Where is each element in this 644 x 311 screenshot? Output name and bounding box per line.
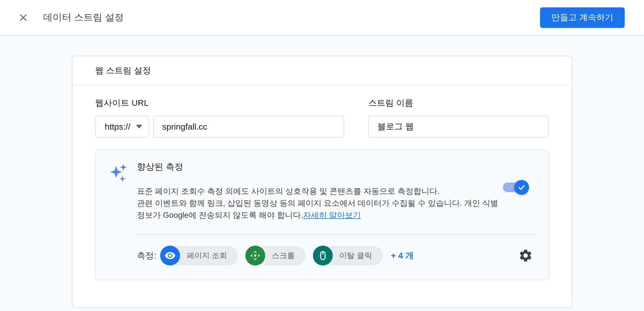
panel-content: 향상된 측정 표준 페이지 조회수 측정 외에도 사이트의 상호작용 및 콘텐츠… xyxy=(137,161,534,266)
main-content: 웹 스트림 설정 웹사이트 URL https:// 스트림 이름 xyxy=(0,36,644,308)
gear-icon[interactable] xyxy=(518,248,534,264)
web-stream-settings-card: 웹 스트림 설정 웹사이트 URL https:// 스트림 이름 xyxy=(72,56,572,308)
card-title: 웹 스트림 설정 xyxy=(95,65,151,76)
chip-label: 페이지 조회 xyxy=(170,246,238,265)
enhanced-measurement-panel: 향상된 측정 표준 페이지 조회수 측정 외에도 사이트의 상호작용 및 콘텐츠… xyxy=(95,150,549,280)
page-title: 데이터 스트림 설정 xyxy=(43,11,124,24)
enhanced-measurement-description: 표준 페이지 조회수 측정 외에도 사이트의 상호작용 및 콘텐츠를 자동으로 … xyxy=(137,185,503,221)
measure-row: 측정: 페이지 조회 xyxy=(137,246,534,266)
toggle-thumb-check-icon xyxy=(514,180,529,195)
dialog-header: 데이터 스트림 설정 만들고 계속하기 xyxy=(0,0,644,36)
protocol-value: https:// xyxy=(105,122,130,132)
scroll-icon xyxy=(245,246,265,266)
description-line1: 표준 페이지 조회수 측정 외에도 사이트의 상호작용 및 콘텐츠를 자동으로 … xyxy=(137,187,440,196)
website-url-input[interactable] xyxy=(153,116,344,138)
eye-icon xyxy=(160,246,180,266)
stream-name-input[interactable] xyxy=(368,116,549,138)
stream-form-row: 웹사이트 URL https:// 스트림 이름 xyxy=(95,97,549,138)
website-url-group: 웹사이트 URL https:// xyxy=(95,97,344,138)
chip-scroll: 스크롤 xyxy=(245,246,306,266)
more-measurements-link[interactable]: + 4 개 xyxy=(391,250,414,262)
card-title-row: 웹 스트림 설정 xyxy=(72,56,572,85)
stream-name-label: 스트림 이름 xyxy=(368,97,549,109)
card-body: 웹사이트 URL https:// 스트림 이름 xyxy=(72,85,572,307)
close-icon[interactable] xyxy=(16,11,30,24)
sparkle-column xyxy=(109,161,137,266)
measure-label: 측정: xyxy=(137,250,156,262)
stream-name-group: 스트림 이름 xyxy=(368,97,549,138)
panel-divider xyxy=(137,234,534,235)
website-url-label: 웹사이트 URL xyxy=(95,97,344,109)
enhanced-measurement-title: 향상된 측정 xyxy=(137,161,534,173)
protocol-select[interactable]: https:// xyxy=(95,116,149,138)
enhanced-measurement-toggle[interactable] xyxy=(503,179,529,196)
chip-outbound-click: 이탈 클릭 xyxy=(313,246,383,266)
mouse-icon xyxy=(313,246,333,266)
learn-more-link[interactable]: 자세히 알아보기 xyxy=(303,211,361,219)
chevron-down-icon xyxy=(136,125,142,128)
sparkle-icon xyxy=(109,163,128,183)
chip-page-view: 페이지 조회 xyxy=(160,246,238,266)
create-and-continue-button[interactable]: 만들고 계속하기 xyxy=(540,7,625,28)
